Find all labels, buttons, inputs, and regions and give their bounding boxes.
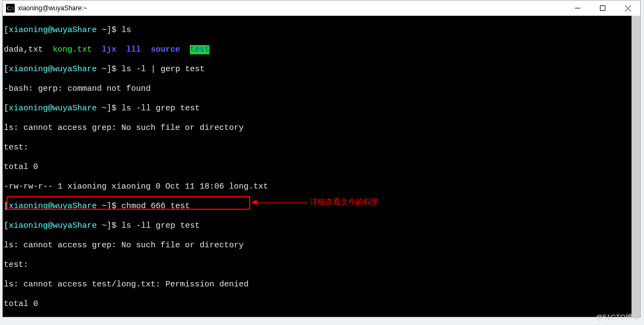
term-line: [xiaoning@wuyaShare ~]$ ls — [3, 26, 640, 35]
watermark: @51CTO博客 — [596, 312, 640, 322]
titlebar[interactable]: C:\ xiaoning@wuyaShare:~ — [3, 1, 640, 16]
term-line: ls: cannot access grep: No such file or … — [3, 123, 640, 133]
term-line: [xiaoning@wuyaShare ~]$ ls -l | gerp tes… — [3, 65, 640, 74]
terminal-window: C:\ xiaoning@wuyaShare:~ [xiaoning@wuyaS… — [2, 0, 641, 317]
cmd-icon: C:\ — [6, 4, 15, 12]
term-line: dada,txt kong.txt ljx lll source test — [3, 45, 640, 55]
term-line: -rw-rw-r-- 1 xiaoning xiaoning 0 Oct 11 … — [3, 182, 640, 192]
svg-rect-3 — [600, 6, 605, 11]
close-button[interactable] — [615, 1, 640, 16]
minimize-button[interactable] — [565, 1, 590, 16]
term-line: ls: cannot access test/long.txt: Permiss… — [3, 280, 640, 290]
term-line: test: — [3, 143, 640, 153]
term-line: total 0 — [3, 299, 640, 309]
svg-text:C:\: C:\ — [7, 5, 14, 11]
window-title: xiaoning@wuyaShare:~ — [18, 1, 87, 16]
scrollbar[interactable] — [631, 16, 640, 317]
maximize-button[interactable] — [590, 1, 615, 16]
term-line: [xiaoning@wuyaShare ~]$ ls -ll grep test — [3, 104, 640, 114]
terminal-body[interactable]: [xiaoning@wuyaShare ~]$ ls dada,txt kong… — [3, 16, 640, 317]
term-line: ls: cannot access grep: No such file or … — [3, 241, 640, 251]
term-line: -bash: gerp: command not found — [3, 84, 640, 94]
term-line: [xiaoning@wuyaShare ~]$ ls -ll grep test — [3, 221, 640, 231]
annotation-label: 详细查看文件的权限 — [310, 197, 379, 207]
term-line: total 0 — [3, 162, 640, 172]
term-line: test: — [3, 260, 640, 270]
scrollbar-thumb[interactable] — [631, 16, 640, 317]
